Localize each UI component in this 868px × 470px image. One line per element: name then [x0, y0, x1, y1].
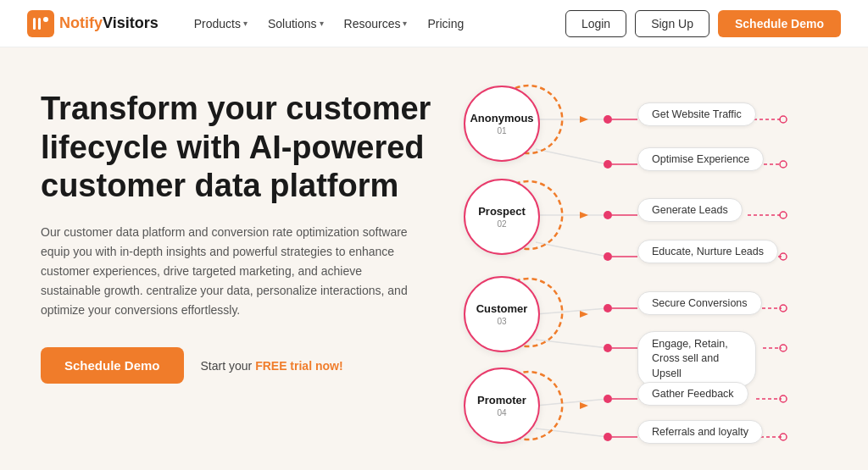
svg-marker-19: [580, 311, 588, 318]
hero-right: Anonymous 01 Prospect 02 Customer 03 Pro…: [448, 81, 827, 453]
svg-line-8: [536, 242, 608, 257]
nav-resources[interactable]: Resources ▾: [336, 12, 416, 36]
svg-marker-20: [580, 402, 588, 409]
free-trial-text: Start your FREE trial now!: [201, 359, 343, 373]
svg-point-52: [780, 434, 787, 440]
free-trial-link[interactable]: FREE trial now!: [255, 359, 342, 373]
nav-products[interactable]: Products ▾: [186, 12, 256, 36]
hero-actions: Schedule Demo Start your FREE trial now!: [41, 347, 448, 384]
hero-left: Transform your customer lifecycle with A…: [41, 81, 448, 453]
svg-point-26: [604, 344, 612, 352]
pill-get-website-traffic: Get Website Traffic: [637, 102, 756, 126]
stage-customer-label: Customer: [476, 302, 528, 315]
logo[interactable]: NotifyVisitors: [27, 10, 159, 37]
svg-point-22: [604, 160, 612, 169]
schedule-demo-nav-button[interactable]: Schedule Demo: [718, 10, 841, 37]
pill-referrals-loyalty: Referrals and loyalty: [637, 420, 763, 444]
logo-icon: [27, 10, 54, 37]
pill-educate-nurture: Educate, Nurture Leads: [637, 240, 778, 263]
stage-anonymous-label: Anonymous: [470, 112, 533, 124]
svg-point-50: [780, 395, 787, 402]
stage-customer: Customer 03: [464, 276, 540, 352]
pill-optimise-experience: Optimise Experience: [637, 147, 764, 171]
pill-generate-leads: Generate Leads: [637, 198, 743, 222]
svg-point-25: [604, 304, 612, 312]
stage-customer-num: 03: [497, 317, 506, 326]
stage-promoter: Promoter 04: [464, 368, 540, 444]
svg-point-42: [780, 212, 787, 218]
svg-point-46: [780, 305, 787, 312]
svg-point-3: [43, 17, 48, 22]
svg-rect-1: [33, 18, 36, 30]
pill-engage-retain: Engage, Retain, Cross sell and Upsell: [637, 331, 756, 388]
stage-promoter-num: 04: [497, 408, 506, 417]
svg-point-38: [780, 116, 787, 123]
stage-anonymous: Anonymous 01: [464, 86, 540, 162]
chevron-down-icon: ▾: [243, 19, 248, 28]
svg-point-40: [780, 161, 787, 168]
svg-point-44: [780, 253, 787, 260]
schedule-demo-hero-button[interactable]: Schedule Demo: [41, 347, 184, 384]
svg-point-27: [604, 395, 612, 403]
svg-point-48: [780, 345, 787, 351]
svg-point-21: [604, 115, 612, 124]
stage-prospect-num: 02: [497, 219, 506, 229]
hero-section: Transform your customer lifecycle with A…: [0, 47, 868, 470]
pill-secure-conversions: Secure Conversions: [637, 291, 762, 315]
svg-marker-17: [580, 116, 588, 123]
hero-heading: Transform your customer lifecycle with A…: [41, 90, 448, 206]
hero-subtext: Our customer data platform and conversio…: [41, 223, 414, 320]
stage-promoter-label: Promoter: [477, 394, 526, 406]
logo-text: NotifyVisitors: [59, 14, 159, 32]
pill-gather-feedback: Gather Feedback: [637, 382, 748, 406]
svg-line-9: [536, 308, 608, 314]
nav-links: Products ▾ Solutions ▾ Resources ▾ Prici…: [186, 12, 565, 36]
lifecycle-diagram: Anonymous 01 Prospect 02 Customer 03 Pro…: [459, 73, 815, 462]
stage-prospect-label: Prospect: [478, 205, 526, 218]
svg-line-6: [536, 149, 608, 164]
svg-point-24: [604, 252, 612, 261]
nav-pricing[interactable]: Pricing: [419, 12, 472, 36]
svg-rect-2: [38, 18, 41, 30]
stage-anonymous-num: 01: [497, 126, 506, 135]
nav-actions: Login Sign Up Schedule Demo: [565, 10, 841, 37]
svg-line-11: [536, 399, 608, 406]
chevron-down-icon: ▾: [320, 19, 324, 28]
chevron-down-icon: ▾: [403, 19, 407, 28]
stage-prospect: Prospect 02: [464, 179, 540, 255]
svg-marker-18: [580, 212, 588, 218]
svg-line-12: [536, 429, 608, 437]
signup-button[interactable]: Sign Up: [635, 10, 709, 37]
login-button[interactable]: Login: [565, 10, 626, 37]
svg-line-10: [536, 340, 608, 348]
nav-solutions[interactable]: Solutions ▾: [259, 12, 332, 36]
svg-point-28: [604, 433, 612, 441]
svg-point-23: [604, 211, 612, 219]
navbar: NotifyVisitors Products ▾ Solutions ▾ Re…: [0, 0, 868, 47]
